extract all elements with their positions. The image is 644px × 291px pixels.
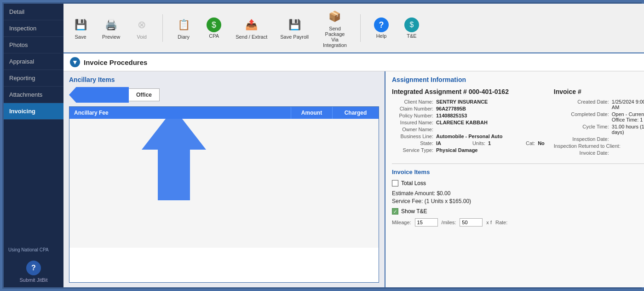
- insured-name-label: Insured Name:: [392, 120, 433, 125]
- completed-date-value: Open - Current Office Time: 1: [612, 111, 644, 122]
- client-name-label: Client Name:: [392, 99, 433, 105]
- invoice-items-title: Invoice Items: [392, 169, 644, 175]
- completed-date-label: Completed Date:: [554, 111, 609, 122]
- claim-number-row: Claim Number: 96A277895B: [392, 106, 545, 111]
- diary-button[interactable]: 📋 Diary: [172, 15, 195, 41]
- main-content: 💾 Save 🖨️ Preview ⊗ Void 📋 Diary $ CPA �: [63, 4, 644, 287]
- ancillary-table-body: [69, 119, 379, 248]
- tab-office[interactable]: Office: [129, 88, 160, 101]
- send-extract-button[interactable]: 📤 Send / Extract: [233, 15, 270, 41]
- insured-name-row: Insured Name: CLARENCE KABBAH: [392, 120, 545, 125]
- policy-number-row: Policy Number: 11408825153: [392, 113, 545, 118]
- ancillary-table: Ancillary Fee Amount Charged: [69, 106, 379, 283]
- send-package-icon: 📦: [327, 8, 343, 25]
- help-button[interactable]: ? Help: [370, 16, 393, 41]
- sidebar: Detail Inspection Photos Appraisal Repor…: [4, 4, 63, 287]
- cycle-time-row: Cycle Time: 31.00 hours (1.29 days): [554, 124, 644, 135]
- te-button[interactable]: $ T&E: [400, 16, 423, 41]
- section-divider: [392, 163, 644, 164]
- assignment-section-title: Assignment Information: [392, 76, 644, 83]
- service-fee: Service Fee: (1 Units x $165.00): [392, 198, 644, 204]
- show-te-checkbox[interactable]: [392, 208, 398, 215]
- business-line-label: Business Line:: [392, 134, 433, 139]
- sidebar-item-invoicing[interactable]: Invoicing: [4, 103, 63, 120]
- show-te-row: Show T&E: [392, 208, 644, 215]
- total-loss-label: Total Loss: [401, 180, 426, 186]
- main-frame: Detail Inspection Photos Appraisal Repor…: [2, 2, 642, 289]
- cat-value: No: [538, 140, 545, 146]
- created-date-value: 1/25/2024 9:00:00 AM: [612, 99, 644, 110]
- right-panel: Assignment Information Integrated Assign…: [385, 71, 644, 287]
- owner-name-row: Owner Name:: [392, 127, 545, 132]
- mileage-label: Mileage:: [392, 220, 411, 225]
- show-te-label: Show T&E: [401, 208, 427, 215]
- page-header: ▼ Invoice Procedures: [63, 53, 644, 71]
- save-button[interactable]: 💾 Save: [69, 15, 92, 41]
- col-amount-header: Amount: [291, 107, 333, 119]
- invoice-date-row: Invoice Date:: [554, 150, 644, 156]
- per-mile-input[interactable]: [460, 218, 483, 227]
- client-name-row: Client Name: SENTRY INSURANCE: [392, 99, 545, 105]
- assignment-grid: Integrated Assignment # 000-401-0162 Cli…: [392, 88, 644, 157]
- diary-icon: 📋: [175, 17, 192, 33]
- insured-name-value: CLARENCE KABBAH: [436, 120, 488, 125]
- cpa-button[interactable]: $ CPA: [202, 16, 225, 41]
- business-line-row: Business Line: Automobile - Personal Aut…: [392, 134, 545, 139]
- save-payroll-icon: 💾: [286, 17, 303, 33]
- invoice-date-label: Invoice Date:: [554, 150, 609, 156]
- sidebar-item-attachments[interactable]: Attachments: [4, 87, 63, 103]
- void-button[interactable]: ⊗ Void: [130, 15, 153, 41]
- service-type-value: Physical Damage: [436, 147, 478, 153]
- estimate-amount: Estimate Amount: $0.00: [392, 190, 644, 197]
- sidebar-item-detail[interactable]: Detail: [4, 4, 63, 20]
- cpa-note: Using National CPA: [4, 244, 63, 256]
- left-panel: Ancillary Items Office: [63, 71, 385, 287]
- owner-name-label: Owner Name:: [392, 127, 433, 132]
- help-circle-icon[interactable]: ?: [26, 261, 41, 275]
- save-payroll-button[interactable]: 💾 Save Payroll: [277, 15, 311, 41]
- col-fee-header: Ancillary Fee: [69, 107, 291, 119]
- business-line-value: Automobile - Personal Auto: [436, 134, 502, 139]
- total-loss-checkbox[interactable]: [392, 180, 398, 186]
- x-label: x f: [486, 220, 492, 225]
- toolbar-divider-2: [360, 14, 361, 42]
- invoice-hash-label: Invoice #: [554, 88, 644, 95]
- sidebar-item-inspection[interactable]: Inspection: [4, 20, 63, 37]
- assignment-number: Integrated Assignment # 000-401-0162: [392, 88, 545, 95]
- claim-number-value: 96A277895B: [436, 106, 466, 111]
- tab-arrow-left[interactable]: [69, 87, 129, 103]
- preview-icon: 🖨️: [103, 17, 120, 33]
- service-type-label: Service Type:: [392, 147, 433, 153]
- ancillary-items-title: Ancillary Items: [69, 76, 379, 83]
- save-icon: 💾: [72, 17, 89, 33]
- completed-date-row: Completed Date: Open - Current Office Ti…: [554, 111, 644, 122]
- preview-button[interactable]: 🖨️ Preview: [99, 15, 123, 41]
- assignment-info: Integrated Assignment # 000-401-0162 Cli…: [392, 88, 545, 157]
- invoice-meta: Invoice # Created Date: 1/25/2024 9:00:0…: [554, 88, 644, 157]
- mileage-row: Mileage: /miles: x f Rate:: [392, 218, 644, 227]
- inspection-date-label: Inspection Date:: [554, 136, 609, 142]
- total-loss-row: Total Loss: [392, 180, 644, 186]
- submit-jitbit-label[interactable]: Submit JitBit: [19, 277, 47, 283]
- sidebar-bottom: ? Submit JitBit: [4, 256, 63, 287]
- sidebar-item-reporting[interactable]: Reporting: [4, 70, 63, 87]
- client-name-value: SENTRY INSURANCE: [436, 99, 488, 105]
- cat-label: Cat:: [494, 140, 535, 146]
- inspection-returned-row: Inspection Returned to Client:: [554, 143, 644, 149]
- void-icon: ⊗: [133, 17, 150, 33]
- mileage-input[interactable]: [415, 218, 438, 227]
- send-package-button[interactable]: 📦 Send Package Via Integration: [319, 6, 351, 50]
- created-date-label: Created Date:: [554, 99, 609, 110]
- units-label: Units:: [444, 140, 485, 146]
- claim-number-label: Claim Number:: [392, 106, 433, 111]
- state-units-cat-row: State: IA Units: 1 Cat: No: [392, 140, 545, 146]
- help-icon: ?: [374, 17, 389, 32]
- cycle-time-label: Cycle Time:: [554, 124, 609, 135]
- sidebar-item-appraisal[interactable]: Appraisal: [4, 53, 63, 70]
- inspection-date-row: Inspection Date:: [554, 136, 644, 142]
- sidebar-item-photos[interactable]: Photos: [4, 37, 63, 53]
- policy-number-label: Policy Number:: [392, 113, 433, 118]
- units-value: 1: [488, 140, 491, 146]
- toolbar: 💾 Save 🖨️ Preview ⊗ Void 📋 Diary $ CPA �: [63, 4, 644, 53]
- service-type-row: Service Type: Physical Damage: [392, 147, 545, 153]
